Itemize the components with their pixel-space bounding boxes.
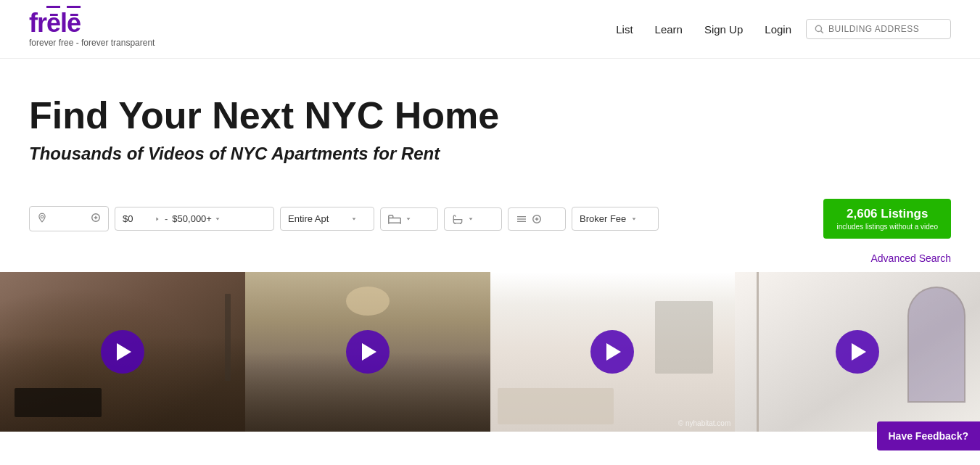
search-icon [814, 24, 824, 34]
property-card-3[interactable]: © nyhabitat.com [490, 272, 736, 432]
type-chevron-icon [351, 216, 357, 222]
nav-login[interactable]: Login [765, 23, 791, 36]
play-button-4[interactable] [836, 330, 879, 374]
beds-filter[interactable] [380, 207, 438, 231]
tagline: forever free - forever transparent [29, 38, 155, 48]
svg-rect-9 [389, 218, 401, 223]
svg-marker-18 [633, 218, 636, 220]
amenities-filter[interactable] [508, 207, 566, 231]
baths-filter[interactable] [444, 207, 502, 231]
price-max-select[interactable]: $50,000+ $1,000$2,000$3,000$5,000 [172, 213, 212, 224]
play-button-1[interactable] [101, 330, 144, 374]
svg-line-1 [821, 31, 823, 33]
hero-title: Find Your Next NYC Home [29, 95, 951, 136]
amenities-icon [516, 214, 527, 224]
svg-marker-10 [407, 218, 411, 220]
price-separator [155, 213, 160, 224]
advanced-search-row: Advanced Search [0, 252, 980, 272]
price-filter[interactable]: $0 $500$1,000$1,500$2,000 - $50,000+ $1,… [115, 207, 274, 231]
nav: List Learn Sign Up Login [616, 23, 791, 36]
feedback-button[interactable]: Have Feedback? [877, 421, 981, 432]
logo-area: frēlē forever free - forever transparent [29, 10, 155, 48]
advanced-search-link[interactable]: Advanced Search [870, 252, 951, 264]
nav-learn[interactable]: Learn [655, 23, 683, 36]
nav-signup[interactable]: Sign Up [704, 23, 743, 36]
location-pin-icon [37, 213, 47, 225]
price-dash: - [163, 213, 169, 224]
svg-marker-11 [469, 218, 473, 220]
property-grid: © nyhabitat.com [0, 272, 980, 432]
beds-chevron-icon [405, 216, 411, 222]
listings-sub: includes listings without a video [836, 222, 938, 231]
building-search-box [806, 19, 951, 39]
building-address-input[interactable] [828, 24, 943, 34]
price-max-chevron [215, 213, 221, 224]
play-button-3[interactable] [590, 330, 634, 374]
property-card-4[interactable] [735, 272, 980, 432]
nav-list[interactable]: List [616, 23, 633, 36]
broker-fee-filter[interactable]: Broker Fee No Fee All [572, 207, 659, 231]
svg-marker-7 [216, 218, 220, 221]
beds-icon [388, 214, 401, 224]
watermark-3: © nyhabitat.com [678, 419, 730, 427]
logo: frēlē [29, 10, 155, 36]
location-filter[interactable] [29, 206, 109, 231]
broker-chevron-icon [631, 216, 637, 222]
header: frēlē forever free - forever transparent… [0, 0, 980, 59]
hero-section: Find Your Next NYC Home Thousands of Vid… [0, 59, 980, 186]
svg-marker-6 [156, 218, 158, 221]
svg-point-2 [41, 215, 44, 218]
type-filter[interactable]: Entire Apt Private Room Shared Room [280, 207, 374, 231]
svg-marker-8 [353, 218, 356, 220]
hero-subtitle: Thousands of Videos of NYC Apartments fo… [29, 144, 951, 164]
svg-point-0 [815, 25, 821, 31]
listings-button[interactable]: 2,606 Listings includes listings without… [823, 199, 951, 239]
type-select[interactable]: Entire Apt Private Room Shared Room [288, 213, 347, 224]
amenities-add-icon [532, 214, 542, 224]
filters-row: $0 $500$1,000$1,500$2,000 - $50,000+ $1,… [0, 186, 980, 252]
broker-fee-select[interactable]: Broker Fee No Fee All [580, 213, 627, 224]
property-card-2[interactable] [245, 272, 490, 432]
price-min-select[interactable]: $0 $500$1,000$1,500$2,000 [123, 213, 152, 224]
baths-icon [452, 214, 464, 224]
listings-count: 2,606 Listings [836, 206, 938, 222]
baths-chevron-icon [468, 216, 474, 222]
location-add-icon [91, 213, 101, 225]
play-button-2[interactable] [346, 330, 390, 374]
property-card-1[interactable] [0, 272, 245, 432]
